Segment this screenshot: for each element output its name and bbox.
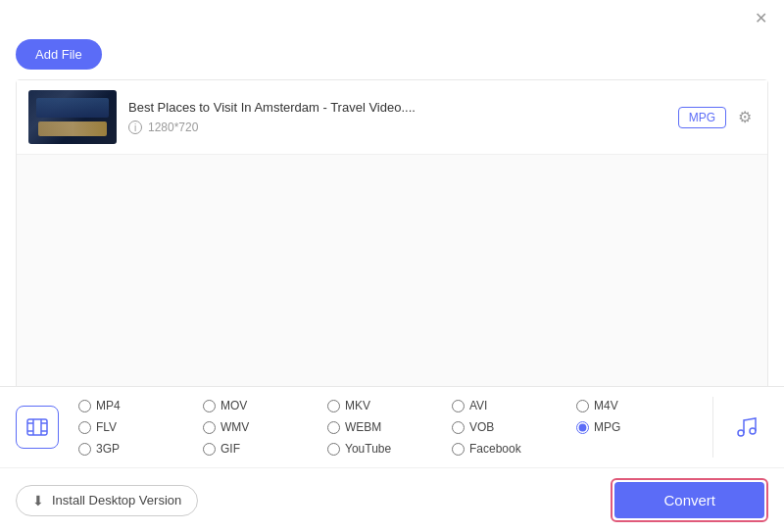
svg-rect-0 xyxy=(27,419,47,435)
format-label-mkv: MKV xyxy=(345,399,370,412)
file-actions: MPG ⚙ xyxy=(678,104,756,130)
format-option-flv[interactable]: FLV xyxy=(74,418,199,436)
format-option-m4v[interactable]: M4V xyxy=(572,397,697,414)
file-info: Best Places to Visit In Amsterdam - Trav… xyxy=(117,100,678,134)
file-name: Best Places to Visit In Amsterdam - Trav… xyxy=(128,100,666,115)
convert-button-wrapper: Convert xyxy=(611,478,768,522)
header: Add File xyxy=(0,35,784,79)
format-label-wmv: WMV xyxy=(220,420,249,434)
file-meta: i 1280*720 xyxy=(128,121,666,134)
footer-actions: ⬇ Install Desktop Version Convert xyxy=(0,468,784,532)
format-option-mp4[interactable]: MP4 xyxy=(74,397,199,414)
download-icon: ⬇ xyxy=(32,493,44,508)
format-label-vob: VOB xyxy=(469,420,494,434)
format-option-vob[interactable]: VOB xyxy=(448,418,572,436)
format-label-mov: MOV xyxy=(220,399,247,412)
file-item: Best Places to Visit In Amsterdam - Trav… xyxy=(17,80,767,155)
format-label-avi: AVI xyxy=(469,399,487,412)
info-icon[interactable]: i xyxy=(128,121,142,134)
format-option-mov[interactable]: MOV xyxy=(199,397,323,414)
video-format-icon[interactable] xyxy=(16,406,59,449)
file-resolution: 1280*720 xyxy=(148,121,198,134)
svg-point-7 xyxy=(738,430,744,436)
format-label-m4v: M4V xyxy=(594,399,618,412)
install-label: Install Desktop Version xyxy=(52,493,181,508)
close-button[interactable]: ✕ xyxy=(749,6,772,29)
svg-point-8 xyxy=(750,428,756,434)
audio-icon[interactable] xyxy=(725,406,768,449)
add-file-button[interactable]: Add File xyxy=(16,39,102,70)
format-label-mpg: MPG xyxy=(594,420,620,434)
format-option-gif[interactable]: GIF xyxy=(199,440,323,458)
file-list-area: Best Places to Visit In Amsterdam - Trav… xyxy=(16,79,768,412)
settings-button[interactable]: ⚙ xyxy=(734,104,756,130)
format-label-mp4: MP4 xyxy=(96,399,121,412)
install-desktop-button[interactable]: ⬇ Install Desktop Version xyxy=(16,485,198,516)
format-option-facebook[interactable]: Facebook xyxy=(448,440,572,458)
title-bar: ✕ xyxy=(0,0,784,35)
format-label-3gp: 3GP xyxy=(96,442,120,456)
format-option-3gp[interactable]: 3GP xyxy=(74,440,199,458)
format-option-wmv[interactable]: WMV xyxy=(199,418,323,436)
format-option-youtube[interactable]: YouTube xyxy=(323,440,448,458)
format-badge[interactable]: MPG xyxy=(678,107,726,128)
format-label-facebook: Facebook xyxy=(469,442,521,456)
file-thumbnail xyxy=(28,90,117,144)
format-option-avi[interactable]: AVI xyxy=(448,397,572,414)
convert-button[interactable]: Convert xyxy=(614,482,764,518)
format-label-youtube: YouTube xyxy=(345,442,391,456)
formats-grid: MP4 MOV MKV AVI M4V FLV xyxy=(74,397,713,458)
format-selector: MP4 MOV MKV AVI M4V FLV xyxy=(0,387,784,468)
format-option-webm[interactable]: WEBM xyxy=(323,418,448,436)
bottom-panel: MP4 MOV MKV AVI M4V FLV xyxy=(0,386,784,532)
format-label-flv: FLV xyxy=(96,420,117,434)
format-option-mkv[interactable]: MKV xyxy=(323,397,448,414)
format-label-gif: GIF xyxy=(220,442,240,456)
format-option-mpg[interactable]: MPG xyxy=(572,418,697,436)
format-label-webm: WEBM xyxy=(345,420,381,434)
